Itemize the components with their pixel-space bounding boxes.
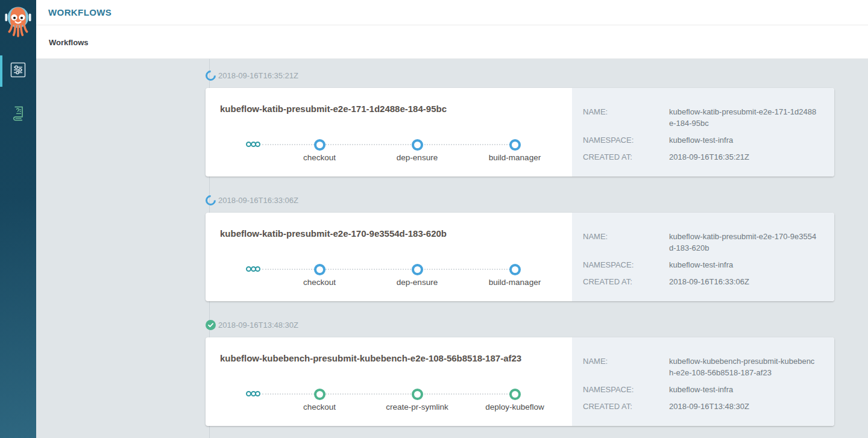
workflow-step[interactable]: dep-ensure <box>369 264 465 287</box>
detail-label: CREATED AT: <box>583 151 669 163</box>
step-node-icon[interactable] <box>412 139 423 151</box>
workflows-sliders-icon <box>9 61 27 81</box>
detail-row-created-at: CREATED AT: 2018-09-16T13:48:30Z <box>583 401 819 412</box>
detail-value: kubeflow-kubebench-presubmit-kubebench-e… <box>669 355 819 378</box>
workflow-title[interactable]: kubeflow-kubebench-presubmit-kubebench-e… <box>220 353 521 363</box>
detail-value: kubeflow-test-infra <box>669 134 733 146</box>
step-label: checkout <box>303 153 336 162</box>
workflow-start-dots-icon <box>246 391 260 396</box>
detail-row-name: NAME: kubeflow-katib-presubmit-e2e-170-9… <box>583 231 819 254</box>
step-label: checkout <box>303 278 336 287</box>
detail-value: kubeflow-katib-presubmit-e2e-170-9e3554d… <box>669 231 819 254</box>
step-label: dep-ensure <box>397 278 438 287</box>
page-title: WORKFLOWS <box>48 7 112 17</box>
succeeded-status-icon <box>206 320 216 330</box>
workflow-details-panel: NAME: kubeflow-kubebench-presubmit-kubeb… <box>572 337 834 426</box>
detail-value: 2018-09-16T13:48:30Z <box>669 401 749 412</box>
step-node-icon[interactable] <box>314 389 326 400</box>
workflow-entry: 2018-09-16T16:35:21Z kubeflow-katib-pres… <box>206 69 834 177</box>
workflow-card-main: kubeflow-katib-presubmit-e2e-170-9e3554d… <box>206 213 572 301</box>
step-label: dep-ensure <box>397 153 438 162</box>
top-header-bar: WORKFLOWS <box>36 0 868 25</box>
detail-value: kubeflow-katib-presubmit-e2e-171-1d2488e… <box>669 106 819 129</box>
sidebar <box>0 0 36 438</box>
active-nav-accent-bar <box>0 55 2 87</box>
workflow-step[interactable]: checkout <box>271 139 368 162</box>
workflow-timestamp: 2018-09-16T13:48:30Z <box>218 321 298 330</box>
workflow-entry: 2018-09-16T16:33:06Z kubeflow-katib-pres… <box>206 194 834 301</box>
detail-row-name: NAME: kubeflow-katib-presubmit-e2e-171-1… <box>583 106 819 129</box>
detail-value: 2018-09-16T16:33:06Z <box>669 276 749 287</box>
step-node-icon[interactable] <box>412 389 423 400</box>
workflow-step[interactable]: create-pr-symlink <box>369 389 465 411</box>
step-label: build-manager <box>489 153 541 162</box>
workflow-step[interactable]: checkout <box>271 389 368 411</box>
help-book-icon <box>10 105 27 124</box>
detail-row-namespace: NAMESPACE: kubeflow-test-infra <box>583 259 819 271</box>
detail-row-created-at: CREATED AT: 2018-09-16T16:33:06Z <box>583 276 819 287</box>
argo-octopus-logo[interactable] <box>5 3 31 43</box>
step-label: build-manager <box>489 278 541 287</box>
workflow-entry: 2018-09-16T13:48:30Z kubeflow-kubebench-… <box>206 319 834 426</box>
running-status-icon <box>203 68 218 83</box>
workflow-card[interactable]: kubeflow-katib-presubmit-e2e-171-1d2488e… <box>206 88 834 177</box>
detail-row-name: NAME: kubeflow-kubebench-presubmit-kubeb… <box>583 355 819 378</box>
workflow-timestamp: 2018-09-16T16:33:06Z <box>218 196 298 205</box>
workflow-card-main: kubeflow-katib-presubmit-e2e-171-1d2488e… <box>206 88 572 177</box>
workflow-timestamp: 2018-09-16T16:35:21Z <box>218 71 298 80</box>
running-status-icon <box>203 193 218 207</box>
detail-row-namespace: NAMESPACE: kubeflow-test-infra <box>583 134 819 146</box>
step-node-icon[interactable] <box>314 139 326 151</box>
workflow-step[interactable]: build-manager <box>467 264 563 287</box>
step-node-icon[interactable] <box>509 139 521 151</box>
workflow-card-main: kubeflow-kubebench-presubmit-kubebench-e… <box>206 337 572 426</box>
detail-value: 2018-09-16T16:35:21Z <box>669 151 749 163</box>
step-label: create-pr-symlink <box>386 402 448 411</box>
detail-value: kubeflow-test-infra <box>669 384 733 395</box>
detail-label: NAMESPACE: <box>583 134 669 146</box>
workflow-card[interactable]: kubeflow-katib-presubmit-e2e-170-9e3554d… <box>206 213 834 301</box>
detail-row-namespace: NAMESPACE: kubeflow-test-infra <box>583 384 819 395</box>
detail-label: NAMESPACE: <box>583 259 669 271</box>
workflow-start-dots-icon <box>246 142 260 147</box>
step-node-icon[interactable] <box>314 264 326 275</box>
step-node-icon[interactable] <box>509 264 521 275</box>
workflow-step[interactable]: deploy-kubeflow <box>467 389 563 411</box>
detail-value: kubeflow-test-infra <box>669 259 733 271</box>
workflow-step[interactable]: dep-ensure <box>369 139 465 162</box>
workflow-details-panel: NAME: kubeflow-katib-presubmit-e2e-170-9… <box>572 213 834 301</box>
step-label: deploy-kubeflow <box>485 402 544 411</box>
step-node-icon[interactable] <box>509 389 521 400</box>
workflow-status-row: 2018-09-16T16:35:21Z <box>206 69 834 81</box>
detail-row-created-at: CREATED AT: 2018-09-16T16:35:21Z <box>583 151 819 163</box>
workflow-title[interactable]: kubeflow-katib-presubmit-e2e-171-1d2488e… <box>220 104 447 114</box>
workflow-title[interactable]: kubeflow-katib-presubmit-e2e-170-9e3554d… <box>220 228 447 239</box>
detail-label: NAME: <box>583 231 669 254</box>
workflow-step[interactable]: checkout <box>271 264 368 287</box>
detail-label: NAMESPACE: <box>583 384 669 395</box>
sidebar-item-workflows[interactable] <box>0 55 36 87</box>
detail-label: NAME: <box>583 106 669 129</box>
detail-label: NAME: <box>583 355 669 378</box>
detail-label: CREATED AT: <box>583 276 669 287</box>
workflows-timeline-area: 2018-09-16T16:35:21Z kubeflow-katib-pres… <box>36 59 868 438</box>
workflow-card[interactable]: kubeflow-kubebench-presubmit-kubebench-e… <box>206 337 834 426</box>
workflow-start-dots-icon <box>246 266 260 272</box>
sidebar-item-help[interactable] <box>0 99 36 130</box>
breadcrumb: Workflows <box>49 38 89 47</box>
breadcrumb-bar: Workflows <box>36 26 868 59</box>
step-node-icon[interactable] <box>412 264 423 275</box>
workflow-step[interactable]: build-manager <box>467 139 563 162</box>
workflow-status-row: 2018-09-16T13:48:30Z <box>206 319 834 331</box>
step-label: checkout <box>303 402 336 411</box>
workflow-details-panel: NAME: kubeflow-katib-presubmit-e2e-171-1… <box>572 88 834 177</box>
workflow-status-row: 2018-09-16T16:33:06Z <box>206 194 834 206</box>
detail-label: CREATED AT: <box>583 401 669 412</box>
